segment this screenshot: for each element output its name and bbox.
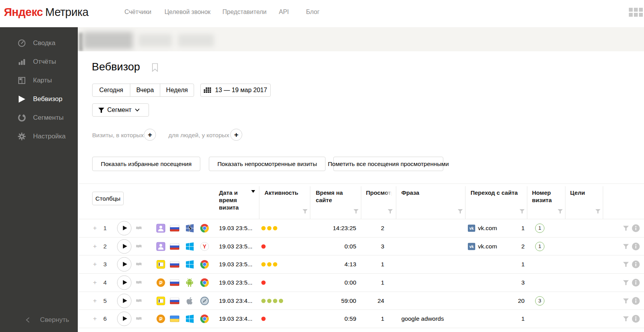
- action-button-3[interactable]: Пометить все посещения просмотренными: [333, 157, 443, 171]
- info-icon[interactable]: [632, 224, 640, 232]
- bookmark-icon[interactable]: [152, 63, 158, 73]
- add-visit-condition-button[interactable]: +: [144, 129, 156, 141]
- row-add-icon[interactable]: +: [93, 315, 97, 323]
- sort-desc-icon[interactable]: [251, 190, 255, 193]
- os-icon: [186, 315, 194, 323]
- info-icon[interactable]: [632, 279, 640, 287]
- column-filter-icon[interactable]: [388, 208, 393, 215]
- phrase: google adwords: [401, 315, 444, 322]
- col-header-goals[interactable]: Цели: [570, 189, 585, 196]
- row-filter-icon[interactable]: [623, 225, 629, 231]
- col-header-referral[interactable]: Переход с сайта: [471, 189, 518, 196]
- flag-marker-icon[interactable]: [136, 262, 142, 267]
- referral-site[interactable]: vkvk.com: [468, 243, 497, 250]
- topnav-5[interactable]: Блог: [306, 9, 320, 16]
- sidebar-item-6[interactable]: Настройка: [0, 131, 78, 142]
- views-count: 2: [361, 225, 384, 232]
- yandex-metrika-logo[interactable]: ЯндексМетрика: [4, 6, 88, 19]
- column-filter-icon[interactable]: [595, 208, 600, 215]
- col-header-date[interactable]: Дата и время визита: [219, 189, 253, 211]
- row-filter-icon[interactable]: [623, 298, 629, 303]
- redacted-blob: [178, 34, 214, 47]
- play-button[interactable]: [117, 275, 131, 290]
- row-filter-icon[interactable]: [623, 244, 629, 249]
- sidebar-item-4[interactable]: Вебвизор: [0, 93, 78, 105]
- column-filter-icon[interactable]: [303, 208, 308, 215]
- col-header-phrase[interactable]: Фраза: [401, 189, 419, 196]
- row-add-icon[interactable]: +: [93, 243, 97, 250]
- visits-condition-label: Визиты, в которых: [92, 132, 144, 139]
- apps-grid-icon[interactable]: [629, 8, 643, 17]
- user-avatar-icon: [156, 224, 165, 232]
- sidebar-item-3[interactable]: Карты: [0, 75, 78, 86]
- redacted-blob: [83, 32, 133, 49]
- column-filter-icon[interactable]: [458, 208, 463, 215]
- table-row: +319.03 23:5...4:1311: [0, 255, 644, 273]
- flag-marker-icon[interactable]: [136, 244, 142, 249]
- row-filter-icon[interactable]: [623, 262, 629, 267]
- row-add-icon[interactable]: +: [93, 260, 97, 268]
- flag-marker-icon[interactable]: [136, 316, 142, 322]
- date-range-button[interactable]: 13 — 19 мар 2017: [200, 84, 271, 97]
- date-preset-1[interactable]: Сегодня: [93, 84, 130, 96]
- row-filter-icon[interactable]: [623, 316, 629, 321]
- col-header-time[interactable]: Время на сайте: [316, 189, 355, 204]
- action-button-2[interactable]: Показать непросмотренные визиты: [209, 157, 326, 171]
- col-header-views[interactable]: Просмотры: [366, 189, 392, 196]
- chrome-icon: [200, 278, 209, 287]
- info-icon: [632, 260, 640, 268]
- table-row: +519.03 23:4...59:0024203: [0, 292, 644, 310]
- windows-icon: [186, 315, 194, 323]
- country-flag-icon: [170, 243, 179, 250]
- column-filter-icon[interactable]: [558, 208, 563, 215]
- apple-icon: [186, 297, 193, 305]
- row-add-icon[interactable]: +: [93, 279, 97, 287]
- col-header-activity[interactable]: Активность: [264, 189, 298, 196]
- topnav-4[interactable]: API: [279, 9, 289, 16]
- segment-button[interactable]: Сегмент: [92, 103, 149, 117]
- flag-marker-icon[interactable]: [136, 225, 142, 231]
- info-icon: [632, 224, 640, 232]
- topnav-3[interactable]: Представители: [222, 9, 267, 16]
- funnel-icon: [623, 298, 629, 303]
- flag-marker-icon[interactable]: [136, 298, 142, 304]
- info-icon[interactable]: [632, 297, 640, 305]
- sidebar-item-label: Вебвизор: [33, 95, 62, 103]
- row-add-icon[interactable]: +: [93, 224, 97, 232]
- columns-button[interactable]: Столбцы: [92, 192, 124, 205]
- add-people-condition-button[interactable]: +: [230, 129, 242, 141]
- column-filter-icon[interactable]: [520, 208, 525, 215]
- flag-marker-icon: [136, 262, 142, 267]
- goals-badge[interactable]: 1: [535, 242, 544, 251]
- topnav-2[interactable]: Целевой звонок: [164, 9, 210, 16]
- row-add-icon[interactable]: +: [93, 297, 97, 305]
- date-preset-3[interactable]: Неделя: [160, 84, 194, 96]
- table-divider: [79, 328, 644, 328]
- action-button-1[interactable]: Показать избранные посещения: [92, 157, 200, 171]
- play-button[interactable]: [117, 311, 131, 326]
- info-icon[interactable]: [632, 315, 640, 323]
- info-icon[interactable]: [632, 243, 640, 250]
- play-button[interactable]: [117, 294, 131, 308]
- play-button[interactable]: [117, 257, 131, 271]
- play-button[interactable]: [117, 221, 131, 235]
- info-icon[interactable]: [632, 260, 640, 268]
- column-filter-icon[interactable]: [354, 208, 359, 215]
- user-avatar-icon: [156, 242, 165, 251]
- visit-number: 1: [497, 225, 525, 232]
- browser-icon: Y: [200, 242, 209, 251]
- row-filter-icon[interactable]: [623, 280, 629, 285]
- play-button[interactable]: [117, 239, 131, 253]
- sidebar-item-1[interactable]: Сводка: [0, 37, 78, 49]
- referral-site[interactable]: vkvk.com: [468, 224, 497, 232]
- goals-badge[interactable]: 3: [535, 296, 544, 306]
- goals-badge[interactable]: 1: [535, 224, 544, 233]
- sidebar-item-2[interactable]: Отчёты: [0, 56, 78, 68]
- topnav-1[interactable]: Счётчики: [124, 9, 151, 16]
- date-preset-2[interactable]: Вчера: [130, 84, 160, 96]
- flag-marker-icon: [136, 298, 142, 304]
- calendar-icon: [204, 87, 211, 93]
- col-header-visit-number[interactable]: Номер визита: [532, 189, 559, 204]
- sidebar-item-5[interactable]: Сегменты: [0, 112, 78, 124]
- flag-marker-icon[interactable]: [136, 280, 142, 285]
